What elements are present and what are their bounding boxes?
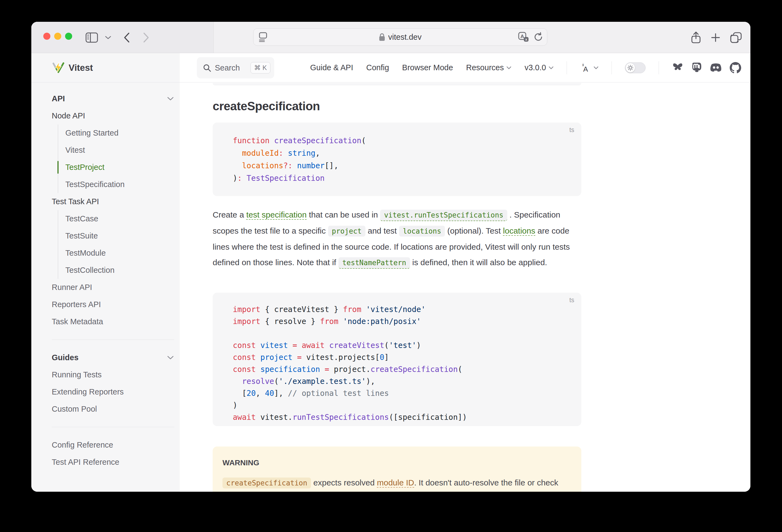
sidebar-item-testmodule[interactable]: TestModule (58, 245, 180, 262)
inline-link[interactable]: locations (503, 226, 535, 236)
close-window-button[interactable] (43, 33, 50, 40)
github-icon[interactable] (730, 62, 741, 73)
sidebar-item-reporters-api[interactable]: Reporters API (31, 296, 180, 313)
sidebar-item-runner-api[interactable]: Runner API (31, 279, 180, 296)
sidebar-section-api[interactable]: API (31, 90, 180, 107)
sidebar-item-vitest[interactable]: Vitest (58, 142, 180, 159)
share-icon[interactable] (689, 22, 703, 53)
code-line: const project = vitest.projects[0] (233, 352, 581, 363)
sidebar-item-extending-reporters[interactable]: Extending Reporters (31, 383, 180, 400)
code-line: ) (233, 399, 581, 412)
sidebar-item-getting-started[interactable]: Getting Started (58, 125, 180, 142)
code-line: await vitest.runTestSpecifications([spec… (233, 412, 581, 423)
svg-text:A: A (583, 65, 588, 73)
vitest-logo-icon (52, 62, 65, 74)
chevron-down-icon (167, 97, 174, 101)
back-button[interactable] (119, 22, 134, 53)
bluesky-icon[interactable] (672, 63, 683, 73)
svg-text:A: A (520, 34, 524, 39)
mastodon-icon[interactable] (691, 62, 702, 73)
code-lang-badge: ts (569, 296, 574, 304)
sidebar-item-testproject[interactable]: TestProject (58, 159, 180, 176)
sidebar-item-running-tests[interactable]: Running Tests (31, 366, 180, 383)
translate-language-icon: ẋ A (580, 63, 591, 73)
sidebar-section-label: API (52, 94, 65, 103)
code-line: import { createVitest } from 'vitest/nod… (233, 304, 581, 316)
search-label: Search (215, 64, 247, 72)
code-line: const vitest = await createVitest('test'… (233, 340, 581, 352)
inline-link[interactable]: test specification (246, 210, 307, 220)
sidebar-item-testsuite[interactable]: TestSuite (58, 227, 180, 245)
code-block-signature[interactable]: ts function createSpecification( moduleI… (213, 122, 581, 196)
sidebar-item-custom-pool[interactable]: Custom Pool (31, 400, 180, 418)
code-line: ): TestSpecification (233, 172, 581, 185)
site-header: Vitest Search ⌘ K Guide & API Config Bro… (31, 53, 750, 82)
svg-text:x: x (525, 37, 527, 41)
tab-overview-icon[interactable] (729, 22, 743, 53)
theme-toggle-knob (626, 63, 635, 72)
sidebar-item-testcase[interactable]: TestCase (58, 210, 180, 227)
warning-callout: WARNING createSpecification expects reso… (213, 447, 581, 492)
sidebar-item-testcollection[interactable]: TestCollection (58, 262, 180, 279)
code-line: [20, 40], // optional test lines (233, 387, 581, 399)
sidebar-item-test-task-api[interactable]: Test Task API (31, 193, 180, 210)
inline-code: createSpecification (222, 477, 311, 489)
nav-version[interactable]: v3.0.0 (525, 63, 554, 72)
discord-icon[interactable] (710, 63, 722, 73)
theme-toggle[interactable] (625, 62, 646, 73)
sidebar-item-node-api[interactable]: Node API (31, 107, 180, 125)
description-paragraph: Create a test specification that can be … (213, 207, 581, 271)
nav-divider (611, 61, 612, 74)
code-line (233, 327, 581, 340)
code-line: resolve('./example.test.ts'), (233, 376, 581, 387)
sidebar-item-testspecification[interactable]: TestSpecification (58, 176, 180, 193)
sidebar-item-test-api-reference[interactable]: Test API Reference (31, 454, 180, 471)
new-tab-plus-icon[interactable] (709, 22, 723, 53)
chevron-down-icon (594, 66, 599, 69)
code-line: import { resolve } from 'node:path/posix… (233, 316, 581, 327)
nav-divider (659, 61, 659, 74)
sidebar-item-config-reference[interactable]: Config Reference (31, 436, 180, 454)
sidebar-toggle-icon[interactable] (85, 22, 99, 53)
sidebar-item-task-metadata[interactable]: Task Metadata (31, 313, 180, 330)
address-bar[interactable]: vitest.dev A x (253, 28, 547, 46)
code-line: function createSpecification( (233, 135, 581, 147)
sidebar-divider (52, 340, 174, 340)
translate-icon[interactable]: A x (518, 32, 529, 42)
code-block-example[interactable]: ts import { createVitest } from 'vitest/… (213, 293, 581, 426)
inline-code-link[interactable]: testNamePattern (339, 257, 410, 269)
chevron-down-icon (506, 66, 511, 69)
browser-toolbar: vitest.dev A x (31, 22, 750, 53)
logo[interactable]: Vitest (31, 53, 180, 82)
logo-text: Vitest (69, 63, 93, 73)
code-line: moduleId: string, (233, 147, 581, 159)
chevron-down-icon (167, 356, 174, 360)
nav-resources[interactable]: Resources (466, 63, 511, 72)
sidebar-chevron-down-icon[interactable] (103, 22, 113, 53)
inline-link[interactable]: module ID (377, 478, 414, 488)
paragraph-text: Create a (213, 210, 246, 219)
nav-divider (567, 61, 567, 74)
nav-config[interactable]: Config (366, 63, 389, 72)
url-text: vitest.dev (388, 33, 422, 42)
paragraph-text: (optional). Test (445, 226, 503, 235)
inline-code-link[interactable]: vitest.runTestSpecifications (380, 210, 507, 221)
language-switcher[interactable]: ẋ A (580, 63, 599, 73)
zoom-window-button[interactable] (65, 33, 72, 40)
browser-window: vitest.dev A x (31, 22, 750, 492)
sun-icon (627, 65, 633, 71)
minimize-window-button[interactable] (54, 33, 61, 40)
search-button[interactable]: Search ⌘ K (197, 57, 274, 78)
nav-browser-mode[interactable]: Browser Mode (402, 63, 453, 72)
sidebar-section-guides[interactable]: Guides (31, 349, 180, 366)
warning-title: WARNING (222, 459, 571, 467)
forward-button[interactable] (139, 22, 153, 53)
code-line: const specification = project.createSpec… (233, 363, 581, 376)
sidebar-section-label: Guides (52, 353, 78, 362)
sidebar-nav: APINode APIGetting StartedVitestTestProj… (31, 82, 180, 492)
reload-icon[interactable] (533, 32, 543, 42)
warning-body: createSpecification expects resolved mod… (222, 475, 571, 492)
inline-code: project (328, 226, 366, 237)
nav-guide-api[interactable]: Guide & API (310, 63, 353, 72)
search-shortcut-badge: ⌘ K (250, 62, 271, 73)
